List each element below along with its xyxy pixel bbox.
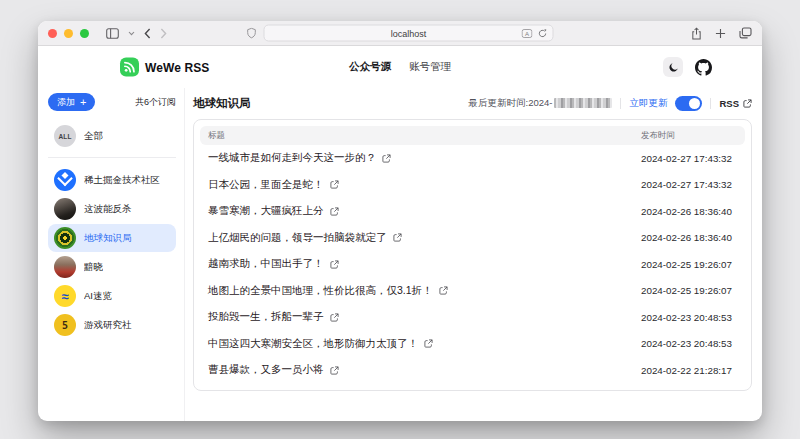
sidebar-item-label: 全部 (84, 130, 103, 143)
translate-icon[interactable]: A (522, 28, 533, 38)
article-title-cell[interactable]: 暴雪寒潮，大疆疯狂上分 (200, 204, 641, 218)
sidebar-item-label: 地球知识局 (84, 232, 132, 245)
divider (620, 98, 621, 109)
external-link-icon[interactable] (382, 154, 391, 163)
wewe-rss-logo-icon (120, 58, 139, 77)
update-now-link[interactable]: 立即更新 (629, 97, 667, 110)
sidebar-item-label: AI速览 (84, 290, 112, 303)
external-link-icon[interactable] (439, 286, 448, 295)
address-url: localhost (391, 28, 427, 38)
sidebar-item-label: 黯晓 (84, 261, 103, 274)
article-publish-time: 2024-02-27 17:43:32 (641, 179, 745, 190)
table-row[interactable]: 一线城市是如何走到今天这一步的？ 2024-02-27 17:43:32 (200, 145, 745, 172)
article-title: 一线城市是如何走到今天这一步的？ (208, 151, 376, 165)
subscription-list: ALL 全部 稀土掘金技术社区 这波能反杀 (48, 122, 176, 339)
external-link-icon[interactable] (330, 180, 339, 189)
table-row[interactable]: 投胎毁一生，拆船一辈子 2024-02-23 20:48:53 (200, 304, 745, 331)
sidebar-item[interactable]: AI速览 (48, 282, 176, 310)
article-title-cell[interactable]: 中国这四大寒潮安全区，地形防御力太顶了！ (200, 337, 641, 351)
table-row[interactable]: 曹县爆款，又多一员小将 2024-02-22 21:28:17 (200, 357, 745, 384)
nav-accounts[interactable]: 账号管理 (409, 60, 451, 74)
sidebar-item[interactable]: 黯晓 (48, 253, 176, 281)
sidebar-item-label: 这波能反杀 (84, 203, 132, 216)
article-publish-time: 2024-02-26 18:36:40 (641, 206, 745, 217)
forward-button[interactable] (160, 28, 167, 39)
github-icon[interactable] (695, 59, 712, 76)
share-icon[interactable] (691, 27, 702, 40)
table-row[interactable]: 日本公园，里面全是蛇！ 2024-02-27 17:43:32 (200, 172, 745, 199)
sidebar-divider (48, 157, 176, 158)
fullscreen-button[interactable] (80, 29, 89, 38)
external-link-icon[interactable] (330, 207, 339, 216)
article-title: 暴雪寒潮，大疆疯狂上分 (208, 204, 324, 218)
dark-mode-toggle[interactable] (663, 57, 683, 77)
article-title: 越南求助，中国出手了！ (208, 257, 324, 271)
article-publish-time: 2024-02-26 18:36:40 (641, 232, 745, 243)
sidebar-item[interactable]: 地球知识局 (48, 224, 176, 252)
rss-label: RSS (719, 98, 739, 109)
article-title-cell[interactable]: 曹县爆款，又多一员小将 (200, 363, 641, 377)
articles-table: 标题 发布时间 一线城市是如何走到今天这一步的？ 2024-02-27 17:4… (193, 119, 752, 391)
tabs-overview-icon[interactable] (739, 27, 752, 39)
article-title-cell[interactable]: 日本公园，里面全是蛇！ (200, 178, 641, 192)
chevron-down-icon[interactable] (128, 31, 135, 36)
sidebar-item-label: 游戏研究社 (84, 319, 132, 332)
article-title: 日本公园，里面全是蛇！ (208, 178, 324, 192)
external-link-icon[interactable] (330, 313, 339, 322)
redacted-timestamp (554, 98, 612, 108)
avatar: ALL (54, 125, 76, 147)
article-title: 上亿烟民的问题，领导一拍脑袋就定了 (208, 231, 387, 245)
external-link-icon[interactable] (330, 366, 339, 375)
article-title-cell[interactable]: 越南求助，中国出手了！ (200, 257, 641, 271)
sidebar-item-all[interactable]: ALL 全部 (48, 122, 176, 150)
article-publish-time: 2024-02-25 19:26:07 (641, 259, 745, 270)
sidebar-item[interactable]: 游戏研究社 (48, 311, 176, 339)
avatar (54, 227, 76, 249)
browser-toolbar: localhost A (38, 21, 762, 46)
add-subscription-button[interactable]: 添加 + (48, 93, 95, 111)
rss-link[interactable]: RSS (719, 98, 752, 109)
new-tab-icon[interactable] (715, 28, 726, 39)
sidebar-item[interactable]: 稀土掘金技术社区 (48, 166, 176, 194)
app-nav: 公众号源 账号管理 (349, 60, 451, 74)
article-publish-time: 2024-02-23 20:48:53 (641, 312, 745, 323)
minimize-button[interactable] (64, 29, 73, 38)
article-title-cell[interactable]: 投胎毁一生，拆船一辈子 (200, 310, 641, 324)
sidebar-item[interactable]: 这波能反杀 (48, 195, 176, 223)
external-link-icon[interactable] (393, 233, 402, 242)
sidebar-item-label: 稀土掘金技术社区 (84, 174, 160, 187)
privacy-shield-icon[interactable] (247, 27, 257, 39)
external-link-icon[interactable] (330, 260, 339, 269)
table-row[interactable]: 上亿烟民的问题，领导一拍脑袋就定了 2024-02-26 18:36:40 (200, 225, 745, 252)
external-link-icon[interactable] (424, 339, 433, 348)
sidebar-toggle-icon[interactable] (106, 28, 119, 39)
back-button[interactable] (144, 28, 151, 39)
article-title-cell[interactable]: 一线城市是如何走到今天这一步的？ (200, 151, 641, 165)
article-title: 曹县爆款，又多一员小将 (208, 363, 324, 377)
brand[interactable]: WeWe RSS (120, 58, 209, 77)
table-row[interactable]: 中国这四大寒潮安全区，地形防御力太顶了！ 2024-02-23 20:48:53 (200, 331, 745, 358)
feed-detail-panel: 地球知识局 最后更新时间:2024- 立即更新 RSS (185, 88, 762, 421)
table-row[interactable]: 暴雪寒潮，大疆疯狂上分 2024-02-26 18:36:40 (200, 198, 745, 225)
article-publish-time: 2024-02-22 21:28:17 (641, 365, 745, 376)
svg-text:A: A (525, 30, 529, 36)
article-publish-time: 2024-02-27 17:43:32 (641, 153, 745, 164)
reload-icon[interactable] (538, 28, 548, 38)
subscription-count: 共6个订阅 (135, 96, 176, 109)
avatar (54, 198, 76, 220)
close-button[interactable] (48, 29, 57, 38)
address-bar[interactable]: localhost A (264, 25, 554, 42)
feed-enabled-toggle[interactable] (675, 96, 702, 111)
divider (710, 98, 711, 109)
article-publish-time: 2024-02-25 19:26:07 (641, 285, 745, 296)
table-row[interactable]: 地图上的全景中国地理，性价比很高，仅3.1折！ 2024-02-25 19:26… (200, 278, 745, 305)
feed-title: 地球知识局 (193, 96, 251, 111)
avatar (54, 169, 76, 191)
article-title-cell[interactable]: 上亿烟民的问题，领导一拍脑袋就定了 (200, 231, 641, 245)
add-button-label: 添加 (57, 96, 75, 109)
table-row[interactable]: 越南求助，中国出手了！ 2024-02-25 19:26:07 (200, 251, 745, 278)
avatar (54, 285, 76, 307)
nav-feeds[interactable]: 公众号源 (349, 60, 391, 74)
article-title-cell[interactable]: 地图上的全景中国地理，性价比很高，仅3.1折！ (200, 284, 641, 298)
app-header: WeWe RSS 公众号源 账号管理 (38, 46, 762, 88)
